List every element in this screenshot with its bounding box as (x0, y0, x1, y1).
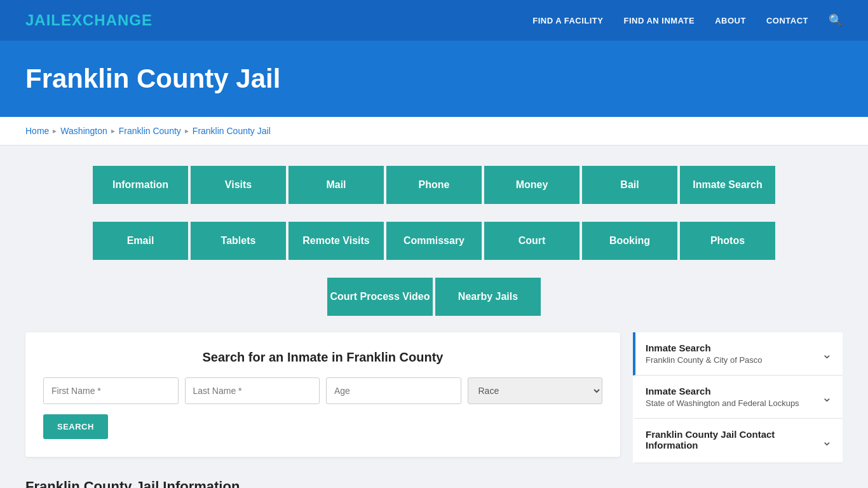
search-fields: RaceWhiteBlackHispanicAsianOther (43, 377, 602, 404)
nav-find-inmate[interactable]: FIND AN INMATE (623, 16, 695, 25)
breadcrumb-franklin-county-jail[interactable]: Franklin County Jail (193, 126, 271, 136)
category-btn-phone[interactable]: Phone (385, 165, 483, 205)
main-content: InformationVisitsMailPhoneMoneyBailInmat… (0, 146, 868, 488)
breadcrumb: Home ▸ Washington ▸ Franklin County ▸ Fr… (0, 117, 868, 146)
bottom-section: Franklin County Jail Information (25, 478, 843, 488)
page-title: Franklin County Jail (25, 64, 843, 94)
accordion-text-2: Franklin County Jail Contact Information (646, 429, 822, 452)
breadcrumb-sep-3: ▸ (185, 126, 189, 135)
category-btn-money[interactable]: Money (483, 165, 581, 205)
breadcrumb-washington[interactable]: Washington (60, 126, 107, 136)
category-btn-remote-visits[interactable]: Remote Visits (287, 220, 385, 261)
chevron-down-icon: ⌄ (822, 346, 832, 362)
category-btn-court-process-video[interactable]: Court Process Video (326, 276, 434, 317)
search-button[interactable]: SEARCH (43, 414, 108, 439)
navigation: JAILEXCHANGE FIND A FACILITY FIND AN INM… (0, 0, 868, 41)
category-buttons-row1: InformationVisitsMailPhoneMoneyBailInmat… (25, 165, 843, 205)
first-name-input[interactable] (43, 377, 179, 404)
age-input[interactable] (326, 377, 461, 404)
accordion-subtitle-0: Franklin County & City of Pasco (646, 355, 763, 365)
accordion-item-0[interactable]: Inmate SearchFranklin County & City of P… (633, 332, 843, 376)
category-btn-photos[interactable]: Photos (679, 220, 776, 261)
breadcrumb-home[interactable]: Home (25, 126, 49, 136)
sidebar: Inmate SearchFranklin County & City of P… (633, 332, 843, 463)
category-btn-nearby-jails[interactable]: Nearby Jails (434, 276, 542, 317)
category-btn-commissary[interactable]: Commissary (385, 220, 483, 261)
hero-section: Franklin County Jail (0, 41, 868, 117)
logo-jail: JAIL (25, 11, 61, 29)
accordion-title-1: Inmate Search (646, 386, 799, 396)
category-buttons-row3: Court Process VideoNearby Jails (25, 276, 843, 317)
inmate-search-box: Search for an Inmate in Franklin County … (25, 332, 620, 457)
category-btn-court[interactable]: Court (483, 220, 581, 261)
category-buttons-row2: EmailTabletsRemote VisitsCommissaryCourt… (25, 220, 843, 261)
nav-contact[interactable]: CONTACT (766, 16, 808, 25)
category-btn-booking[interactable]: Booking (581, 220, 679, 261)
accordion-text-1: Inmate SearchState of Washington and Fed… (646, 386, 799, 408)
breadcrumb-franklin-county[interactable]: Franklin County (119, 126, 181, 136)
chevron-down-icon: ⌄ (822, 390, 832, 405)
search-icon[interactable]: 🔍 (829, 13, 843, 27)
category-btn-email[interactable]: Email (92, 220, 189, 261)
search-title: Search for an Inmate in Franklin County (43, 350, 602, 365)
category-btn-mail[interactable]: Mail (287, 165, 385, 205)
race-select[interactable]: RaceWhiteBlackHispanicAsianOther (468, 377, 603, 404)
category-btn-tablets[interactable]: Tablets (189, 220, 287, 261)
category-btn-inmate-search[interactable]: Inmate Search (679, 165, 776, 205)
nav-links: FIND A FACILITY FIND AN INMATE ABOUT CON… (532, 13, 843, 27)
breadcrumb-sep-2: ▸ (111, 126, 115, 135)
nav-about[interactable]: ABOUT (715, 16, 746, 25)
breadcrumb-sep-1: ▸ (53, 126, 57, 135)
two-col-layout: Search for an Inmate in Franklin County … (25, 332, 843, 463)
accordion-title-2: Franklin County Jail Contact Information (646, 429, 822, 451)
accordion-item-2[interactable]: Franklin County Jail Contact Information… (633, 419, 843, 463)
logo-exchange: EXCHANGE (61, 11, 153, 29)
accordion-item-1[interactable]: Inmate SearchState of Washington and Fed… (633, 376, 843, 419)
accordion-text-0: Inmate SearchFranklin County & City of P… (646, 342, 763, 365)
accordion-subtitle-1: State of Washington and Federal Lockups (646, 398, 799, 408)
bottom-title: Franklin County Jail Information (25, 478, 843, 488)
nav-find-facility[interactable]: FIND A FACILITY (532, 16, 603, 25)
site-logo[interactable]: JAILEXCHANGE (25, 11, 153, 29)
category-btn-bail[interactable]: Bail (581, 165, 679, 205)
category-btn-information[interactable]: Information (92, 165, 189, 205)
last-name-input[interactable] (185, 377, 320, 404)
category-btn-visits[interactable]: Visits (189, 165, 287, 205)
accordion-title-0: Inmate Search (646, 342, 763, 353)
chevron-down-icon: ⌄ (822, 433, 832, 449)
